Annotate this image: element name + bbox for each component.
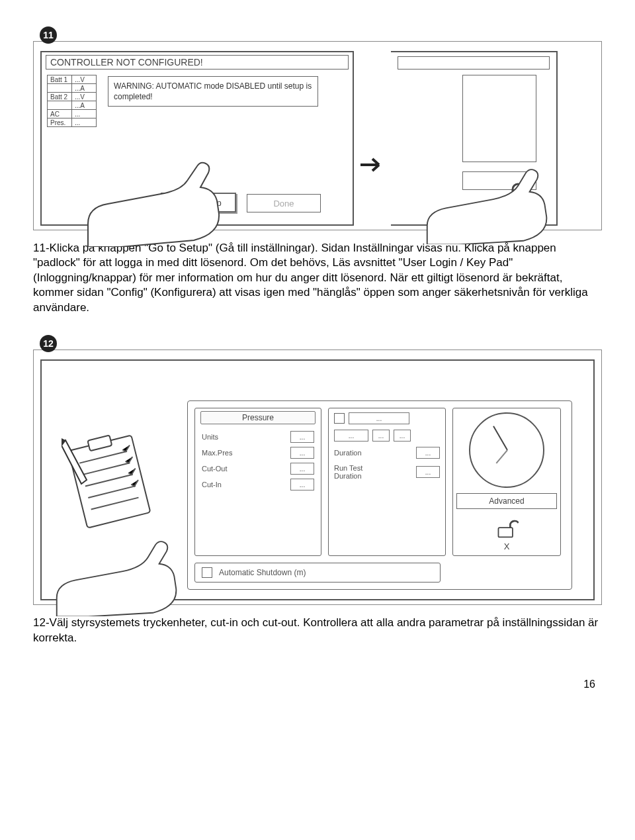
- cutin-input[interactable]: ...: [290, 479, 314, 490]
- right-top-bar: [398, 56, 550, 70]
- automatic-shutdown-label: Automatic Shutdown (m): [219, 568, 306, 577]
- hand-pointer-icon: [424, 163, 550, 245]
- maxpres-row: Max.Pres ...: [202, 447, 314, 459]
- units-label: Units: [202, 433, 218, 441]
- controller-not-configured-title: CONTROLLER NOT CONFIGURED!: [46, 55, 349, 70]
- automatic-shutdown-row: Automatic Shutdown (m): [194, 563, 441, 583]
- cell: Pres.: [48, 118, 72, 127]
- fig11-left-panel: CONTROLLER NOT CONFIGURED! Batt 1...V ..…: [40, 51, 354, 226]
- hand-pointer-icon: [54, 535, 179, 617]
- cell: ...A: [72, 101, 97, 110]
- done-button[interactable]: Done: [247, 194, 321, 212]
- step-12-badge: 12: [40, 335, 57, 352]
- mid-input[interactable]: ...: [334, 430, 368, 442]
- cell: Batt 2: [48, 93, 72, 101]
- cutout-input[interactable]: ...: [290, 463, 314, 475]
- pressure-group: Pressure Units ... Max.Pres ... Cut-Out …: [194, 408, 321, 556]
- figure-11: CONTROLLER NOT CONFIGURED! Batt 1...V ..…: [33, 41, 602, 230]
- page-number: 16: [33, 678, 602, 690]
- hand-pointer-icon: [81, 154, 227, 247]
- pressure-header: Pressure: [200, 411, 316, 424]
- gauge-dial: [469, 412, 544, 488]
- duration-input[interactable]: ...: [416, 447, 440, 459]
- arrow-right-icon: [359, 156, 386, 173]
- middle-group: ... ... ... ... Duration ... Run Test Du…: [328, 408, 446, 556]
- units-row: Units ...: [202, 431, 314, 443]
- cell: AC: [48, 110, 72, 118]
- runtest-label: Run Test Duration: [334, 464, 380, 480]
- cell: Batt 1: [48, 75, 72, 84]
- clipboard-icon: [62, 427, 161, 539]
- mid-input[interactable]: ...: [394, 430, 411, 442]
- step-12-text: 12-Välj styrsystemets tryckenheter, cut-…: [33, 616, 602, 645]
- duration-label: Duration: [334, 449, 362, 457]
- cutout-row: Cut-Out ...: [202, 463, 314, 475]
- figure-12: Pressure Units ... Max.Pres ... Cut-Out …: [33, 350, 602, 605]
- cell: ...: [72, 110, 97, 118]
- warning-message: WARNING: AUTOMATIC mode DISABLED until s…: [108, 76, 318, 107]
- cutout-label: Cut-Out: [202, 465, 228, 473]
- right-inner-panel: [462, 75, 536, 162]
- cell: [48, 84, 72, 93]
- units-input[interactable]: ...: [290, 431, 314, 443]
- step-11-badge: 11: [40, 26, 57, 44]
- mid-input[interactable]: ...: [372, 430, 390, 442]
- fig12-panel: Pressure Units ... Max.Pres ... Cut-Out …: [40, 359, 595, 600]
- checkbox[interactable]: [334, 413, 345, 424]
- runtest-input[interactable]: ...: [416, 466, 440, 478]
- svg-rect-8: [498, 528, 512, 537]
- config-panel: Pressure Units ... Max.Pres ... Cut-Out …: [187, 400, 572, 590]
- cutin-row: Cut-In ...: [202, 479, 314, 490]
- cutin-label: Cut-In: [202, 481, 222, 489]
- mid-top-input[interactable]: ...: [349, 412, 409, 424]
- maxpres-input[interactable]: ...: [290, 447, 314, 459]
- cell: ...V: [72, 75, 97, 84]
- padlock-open-icon: [495, 517, 519, 539]
- lock-level-letter: X: [495, 541, 519, 551]
- step-11-text: 11-Klicka på knappen "Go to Setup" (Gå t…: [33, 241, 602, 315]
- status-readout-table: Batt 1...V ...A Batt 2...V ...A AC... Pr…: [47, 75, 97, 127]
- gauge-group: Advanced X: [452, 408, 561, 556]
- maxpres-label: Max.Pres: [202, 449, 232, 457]
- cell: [48, 101, 72, 110]
- cell: ...V: [72, 93, 97, 101]
- cell: ...: [72, 118, 97, 127]
- fig11-right-panel: 0: [391, 51, 558, 226]
- padlock-open-button[interactable]: X: [495, 517, 519, 551]
- advanced-button[interactable]: Advanced: [456, 493, 557, 509]
- checkbox[interactable]: [202, 567, 212, 578]
- cell: ...A: [72, 84, 97, 93]
